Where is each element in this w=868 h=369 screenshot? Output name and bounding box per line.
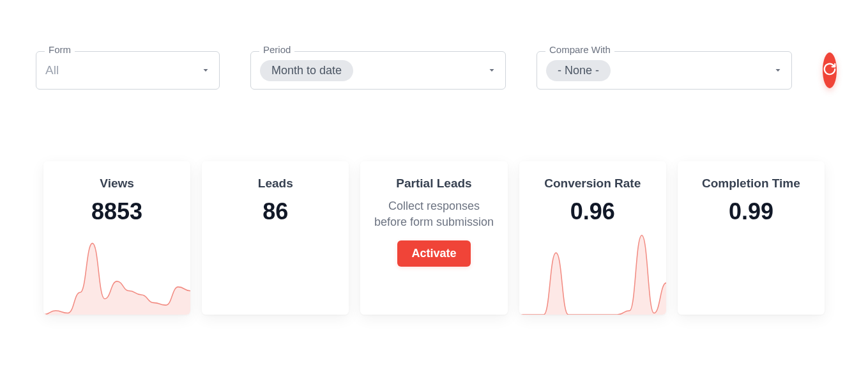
views-card-title: Views bbox=[100, 177, 134, 191]
activate-button[interactable]: Activate bbox=[397, 240, 470, 267]
form-filter-select[interactable]: All bbox=[36, 51, 220, 90]
views-card: Views 8853 bbox=[43, 161, 190, 315]
form-filter-value: All bbox=[45, 63, 59, 77]
views-card-value: 8853 bbox=[91, 198, 142, 225]
form-filter: Form All bbox=[36, 51, 220, 90]
filters-row: Form All Period Month to date Compare Wi… bbox=[36, 51, 832, 90]
leads-card-value: 86 bbox=[263, 198, 288, 225]
stats-cards-row: Views 8853 Leads 86 Partial Leads Collec… bbox=[36, 161, 832, 315]
period-filter-label: Period bbox=[259, 45, 294, 54]
compare-filter-chip: - None - bbox=[546, 60, 611, 81]
partial-leads-card-title: Partial Leads bbox=[396, 177, 471, 191]
leads-card-title: Leads bbox=[258, 177, 293, 191]
compare-filter-select[interactable]: - None - bbox=[537, 51, 792, 90]
chevron-down-icon bbox=[201, 66, 210, 75]
refresh-icon bbox=[823, 62, 837, 79]
compare-filter-label: Compare With bbox=[545, 45, 614, 54]
period-filter-chip: Month to date bbox=[260, 60, 353, 81]
compare-filter: Compare With - None - bbox=[537, 51, 792, 90]
completion-time-card-title: Completion Time bbox=[702, 177, 800, 191]
views-sparkline bbox=[43, 232, 190, 315]
period-filter: Period Month to date bbox=[250, 51, 506, 90]
completion-time-card-value: 0.99 bbox=[729, 198, 773, 225]
conversion-rate-card-value: 0.96 bbox=[570, 198, 615, 225]
conversion-rate-card-title: Conversion Rate bbox=[544, 177, 641, 191]
completion-time-card: Completion Time 0.99 bbox=[678, 161, 825, 315]
chevron-down-icon bbox=[487, 66, 496, 75]
period-filter-select[interactable]: Month to date bbox=[250, 51, 506, 90]
refresh-button[interactable] bbox=[823, 52, 837, 88]
conversion-rate-card: Conversion Rate 0.96 bbox=[519, 161, 666, 315]
form-filter-label: Form bbox=[45, 45, 75, 54]
chevron-down-icon bbox=[773, 66, 782, 75]
conversion-rate-sparkline bbox=[519, 232, 666, 315]
partial-leads-card-desc: Collect responses before form submission bbox=[370, 198, 497, 230]
leads-card: Leads 86 bbox=[202, 161, 349, 315]
partial-leads-card: Partial Leads Collect responses before f… bbox=[360, 161, 507, 315]
